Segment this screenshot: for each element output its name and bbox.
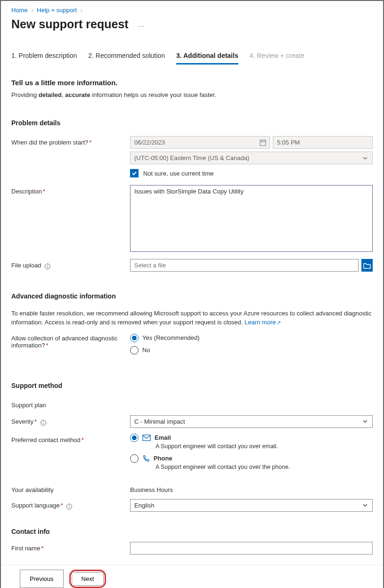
- label-support-plan: Support plan: [11, 399, 130, 409]
- tab-review-create: 4. Review + create: [250, 52, 304, 64]
- radio-email[interactable]: [130, 434, 139, 442]
- section-contact-info: Contact info: [11, 528, 373, 535]
- breadcrumb-home[interactable]: Home: [11, 7, 28, 14]
- folder-icon: [363, 262, 371, 269]
- section-support-method: Support method: [11, 382, 373, 389]
- label-severity: Severity* i: [11, 415, 130, 426]
- wizard-tabs: 1. Problem description 2. Recommended so…: [11, 52, 373, 64]
- timezone-select[interactable]: [130, 152, 373, 164]
- not-sure-label: Not sure, use current time: [143, 170, 214, 177]
- file-select-input[interactable]: [130, 259, 359, 272]
- label-first-name: First name*: [11, 542, 130, 552]
- email-description: A Support engineer will contact you over…: [155, 443, 373, 450]
- label-allow-collection: Allow collection of advanced diagnostic …: [11, 334, 130, 349]
- info-icon[interactable]: i: [41, 420, 46, 426]
- tab-additional-details[interactable]: 3. Additional details: [176, 52, 238, 64]
- tab-problem-description[interactable]: 1. Problem description: [11, 52, 77, 64]
- next-button-highlight: Next: [69, 570, 106, 588]
- radio-phone[interactable]: [130, 454, 139, 463]
- check-icon: [131, 170, 137, 176]
- phone-label: Phone: [154, 455, 172, 462]
- label-description: Description*: [11, 185, 130, 195]
- next-button[interactable]: Next: [72, 572, 104, 586]
- intro-subtext: Providing detailed, accurate information…: [11, 91, 373, 98]
- breadcrumb: Home › Help + support ›: [11, 5, 373, 16]
- page-title: New support request: [11, 17, 129, 31]
- radio-no-label: No: [142, 346, 150, 354]
- time-input[interactable]: [273, 136, 373, 149]
- support-request-frame: Home › Help + support › New support requ…: [0, 0, 384, 588]
- svg-rect-4: [143, 435, 150, 441]
- radio-no[interactable]: [130, 346, 139, 354]
- breadcrumb-help-support[interactable]: Help + support: [37, 7, 77, 14]
- wizard-footer: Previous Next: [1, 564, 383, 588]
- tab-recommended-solution[interactable]: 2. Recommended solution: [88, 52, 165, 64]
- severity-select[interactable]: [130, 415, 373, 428]
- info-icon[interactable]: i: [66, 504, 72, 509]
- email-icon: [142, 435, 151, 441]
- radio-yes-label: Yes (Recommended): [142, 334, 200, 341]
- label-when-start: When did the problem start?*: [11, 136, 130, 146]
- not-sure-checkbox[interactable]: [130, 169, 139, 177]
- label-availability: Your availability: [11, 483, 130, 493]
- radio-yes[interactable]: [130, 334, 139, 342]
- availability-value: Business Hours: [130, 483, 373, 493]
- file-browse-button[interactable]: [361, 259, 373, 272]
- advanced-diagnostic-text: To enable faster resolution, we recommen…: [11, 309, 373, 327]
- label-file-upload: File upload i: [11, 259, 130, 269]
- ellipsis-icon[interactable]: …: [138, 21, 145, 28]
- chevron-right-icon: ›: [31, 7, 33, 14]
- content-scroll: Home › Help + support › New support requ…: [1, 1, 383, 564]
- chevron-right-icon: ›: [81, 7, 82, 14]
- first-name-input[interactable]: [130, 542, 373, 555]
- previous-button[interactable]: Previous: [20, 570, 64, 588]
- label-support-language: Support language* i: [11, 499, 130, 509]
- info-icon[interactable]: i: [45, 264, 50, 269]
- phone-description: A Support engineer will contact you over…: [155, 464, 373, 470]
- language-select[interactable]: [130, 499, 373, 512]
- section-advanced-diagnostic: Advanced diagnostic information: [11, 292, 373, 300]
- date-input[interactable]: [130, 136, 270, 149]
- phone-icon: [142, 455, 150, 462]
- external-link-icon: ↗: [277, 320, 281, 325]
- intro-heading: Tell us a little more information.: [11, 79, 373, 87]
- description-textarea[interactable]: Issues with StorSimple Data Copy Utility: [130, 185, 373, 252]
- email-label: Email: [155, 434, 171, 441]
- learn-more-link[interactable]: Learn more↗: [245, 319, 281, 326]
- section-problem-details: Problem details: [11, 119, 373, 127]
- label-contact-method: Preferred contact method*: [11, 434, 130, 443]
